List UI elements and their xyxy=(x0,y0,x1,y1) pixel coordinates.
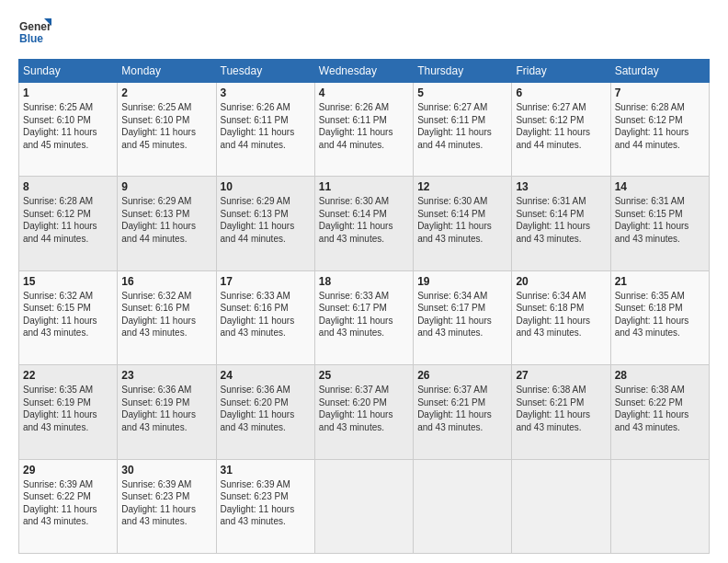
calendar-day-cell: 3 Sunrise: 6:26 AMSunset: 6:11 PMDayligh… xyxy=(216,83,314,177)
day-number: 16 xyxy=(121,275,211,288)
day-number: 17 xyxy=(221,275,311,288)
calendar-week-row: 22 Sunrise: 6:35 AMSunset: 6:19 PMDaylig… xyxy=(19,365,710,459)
day-number: 12 xyxy=(417,180,507,193)
day-number: 1 xyxy=(23,86,113,99)
day-number: 13 xyxy=(516,180,606,193)
day-number: 5 xyxy=(417,86,507,99)
day-number: 19 xyxy=(417,275,507,288)
day-detail: Sunrise: 6:28 AMSunset: 6:12 PMDaylight:… xyxy=(23,196,97,244)
weekday-header-cell: Tuesday xyxy=(216,60,314,83)
day-detail: Sunrise: 6:33 AMSunset: 6:16 PMDaylight:… xyxy=(221,291,295,339)
weekday-header-cell: Saturday xyxy=(610,60,709,83)
calendar-day-cell: 11 Sunrise: 6:30 AMSunset: 6:14 PMDaylig… xyxy=(314,177,413,270)
header: General Blue xyxy=(18,17,710,50)
day-detail: Sunrise: 6:39 AMSunset: 6:23 PMDaylight:… xyxy=(221,479,295,527)
calendar-day-cell: 15 Sunrise: 6:32 AMSunset: 6:15 PMDaylig… xyxy=(19,270,118,364)
calendar-day-cell: 4 Sunrise: 6:26 AMSunset: 6:11 PMDayligh… xyxy=(314,83,413,177)
day-detail: Sunrise: 6:25 AMSunset: 6:10 PMDaylight:… xyxy=(121,102,196,150)
calendar-day-cell: 25 Sunrise: 6:37 AMSunset: 6:20 PMDaylig… xyxy=(314,365,413,459)
day-detail: Sunrise: 6:31 AMSunset: 6:14 PMDaylight:… xyxy=(516,196,590,244)
calendar-day-cell: 20 Sunrise: 6:34 AMSunset: 6:18 PMDaylig… xyxy=(512,270,610,364)
day-detail: Sunrise: 6:28 AMSunset: 6:12 PMDaylight:… xyxy=(615,102,689,150)
svg-text:Blue: Blue xyxy=(19,32,43,45)
page: General Blue SundayMondayTuesdayWednesda… xyxy=(0,0,728,563)
day-number: 31 xyxy=(221,464,311,477)
day-detail: Sunrise: 6:34 AMSunset: 6:18 PMDaylight:… xyxy=(516,291,590,339)
day-number: 20 xyxy=(516,275,606,288)
day-number: 18 xyxy=(319,275,409,288)
day-number: 21 xyxy=(615,275,705,288)
calendar-week-row: 8 Sunrise: 6:28 AMSunset: 6:12 PMDayligh… xyxy=(19,177,710,270)
calendar-week-row: 29 Sunrise: 6:39 AMSunset: 6:22 PMDaylig… xyxy=(19,459,710,553)
calendar-day-cell: 7 Sunrise: 6:28 AMSunset: 6:12 PMDayligh… xyxy=(610,83,709,177)
day-detail: Sunrise: 6:27 AMSunset: 6:12 PMDaylight:… xyxy=(516,102,590,150)
calendar-day-cell: 26 Sunrise: 6:37 AMSunset: 6:21 PMDaylig… xyxy=(414,365,512,459)
day-number: 29 xyxy=(23,464,113,477)
logo-svg: General Blue xyxy=(18,17,51,50)
calendar-day-cell: 21 Sunrise: 6:35 AMSunset: 6:18 PMDaylig… xyxy=(610,270,709,364)
day-number: 2 xyxy=(121,86,211,99)
day-detail: Sunrise: 6:38 AMSunset: 6:22 PMDaylight:… xyxy=(615,385,689,432)
day-detail: Sunrise: 6:38 AMSunset: 6:21 PMDaylight:… xyxy=(516,385,590,432)
day-number: 10 xyxy=(221,180,311,193)
calendar-day-cell xyxy=(610,459,709,553)
calendar-body: 1 Sunrise: 6:25 AMSunset: 6:10 PMDayligh… xyxy=(19,83,710,554)
day-detail: Sunrise: 6:35 AMSunset: 6:19 PMDaylight:… xyxy=(23,385,97,432)
calendar-day-cell: 10 Sunrise: 6:29 AMSunset: 6:13 PMDaylig… xyxy=(216,177,314,270)
calendar-day-cell: 8 Sunrise: 6:28 AMSunset: 6:12 PMDayligh… xyxy=(19,177,118,270)
day-number: 4 xyxy=(319,86,409,99)
calendar-day-cell xyxy=(414,459,512,553)
weekday-header-row: SundayMondayTuesdayWednesdayThursdayFrid… xyxy=(19,60,710,83)
logo: General Blue xyxy=(18,17,51,50)
calendar-day-cell xyxy=(512,459,610,553)
calendar-day-cell: 22 Sunrise: 6:35 AMSunset: 6:19 PMDaylig… xyxy=(19,365,118,459)
calendar-day-cell: 17 Sunrise: 6:33 AMSunset: 6:16 PMDaylig… xyxy=(216,270,314,364)
calendar-day-cell: 19 Sunrise: 6:34 AMSunset: 6:17 PMDaylig… xyxy=(414,270,512,364)
day-detail: Sunrise: 6:26 AMSunset: 6:11 PMDaylight:… xyxy=(221,102,295,150)
weekday-header-cell: Monday xyxy=(118,60,216,83)
day-detail: Sunrise: 6:32 AMSunset: 6:15 PMDaylight:… xyxy=(23,291,97,339)
day-number: 26 xyxy=(417,369,507,382)
day-detail: Sunrise: 6:39 AMSunset: 6:23 PMDaylight:… xyxy=(121,479,196,527)
day-detail: Sunrise: 6:37 AMSunset: 6:21 PMDaylight:… xyxy=(417,385,492,432)
calendar-table: SundayMondayTuesdayWednesdayThursdayFrid… xyxy=(18,59,710,554)
day-number: 28 xyxy=(615,369,705,382)
calendar-day-cell: 23 Sunrise: 6:36 AMSunset: 6:19 PMDaylig… xyxy=(118,365,216,459)
day-number: 8 xyxy=(23,180,113,193)
day-detail: Sunrise: 6:36 AMSunset: 6:19 PMDaylight:… xyxy=(121,385,196,432)
calendar-day-cell xyxy=(314,459,413,553)
day-detail: Sunrise: 6:31 AMSunset: 6:15 PMDaylight:… xyxy=(615,196,689,244)
weekday-header-cell: Thursday xyxy=(414,60,512,83)
weekday-header-cell: Sunday xyxy=(19,60,118,83)
calendar-day-cell: 24 Sunrise: 6:36 AMSunset: 6:20 PMDaylig… xyxy=(216,365,314,459)
day-detail: Sunrise: 6:33 AMSunset: 6:17 PMDaylight:… xyxy=(319,291,393,339)
day-detail: Sunrise: 6:25 AMSunset: 6:10 PMDaylight:… xyxy=(23,102,97,150)
day-number: 27 xyxy=(516,369,606,382)
day-number: 22 xyxy=(23,369,113,382)
day-detail: Sunrise: 6:39 AMSunset: 6:22 PMDaylight:… xyxy=(23,479,97,527)
day-number: 9 xyxy=(121,180,211,193)
calendar-day-cell: 9 Sunrise: 6:29 AMSunset: 6:13 PMDayligh… xyxy=(118,177,216,270)
day-detail: Sunrise: 6:30 AMSunset: 6:14 PMDaylight:… xyxy=(417,196,492,244)
day-number: 24 xyxy=(221,369,311,382)
day-detail: Sunrise: 6:29 AMSunset: 6:13 PMDaylight:… xyxy=(121,196,196,244)
svg-text:General: General xyxy=(19,20,51,33)
day-number: 30 xyxy=(121,464,211,477)
calendar-day-cell: 31 Sunrise: 6:39 AMSunset: 6:23 PMDaylig… xyxy=(216,459,314,553)
weekday-header-cell: Wednesday xyxy=(314,60,413,83)
day-detail: Sunrise: 6:29 AMSunset: 6:13 PMDaylight:… xyxy=(221,196,295,244)
calendar-day-cell: 13 Sunrise: 6:31 AMSunset: 6:14 PMDaylig… xyxy=(512,177,610,270)
calendar-day-cell: 12 Sunrise: 6:30 AMSunset: 6:14 PMDaylig… xyxy=(414,177,512,270)
calendar-day-cell: 16 Sunrise: 6:32 AMSunset: 6:16 PMDaylig… xyxy=(118,270,216,364)
day-number: 3 xyxy=(221,86,311,99)
day-detail: Sunrise: 6:27 AMSunset: 6:11 PMDaylight:… xyxy=(417,102,492,150)
day-detail: Sunrise: 6:34 AMSunset: 6:17 PMDaylight:… xyxy=(417,291,492,339)
calendar-day-cell: 1 Sunrise: 6:25 AMSunset: 6:10 PMDayligh… xyxy=(19,83,118,177)
weekday-header-cell: Friday xyxy=(512,60,610,83)
day-number: 6 xyxy=(516,86,606,99)
calendar-day-cell: 5 Sunrise: 6:27 AMSunset: 6:11 PMDayligh… xyxy=(414,83,512,177)
day-number: 14 xyxy=(615,180,705,193)
day-number: 11 xyxy=(319,180,409,193)
day-detail: Sunrise: 6:36 AMSunset: 6:20 PMDaylight:… xyxy=(221,385,295,432)
calendar-day-cell: 29 Sunrise: 6:39 AMSunset: 6:22 PMDaylig… xyxy=(19,459,118,553)
